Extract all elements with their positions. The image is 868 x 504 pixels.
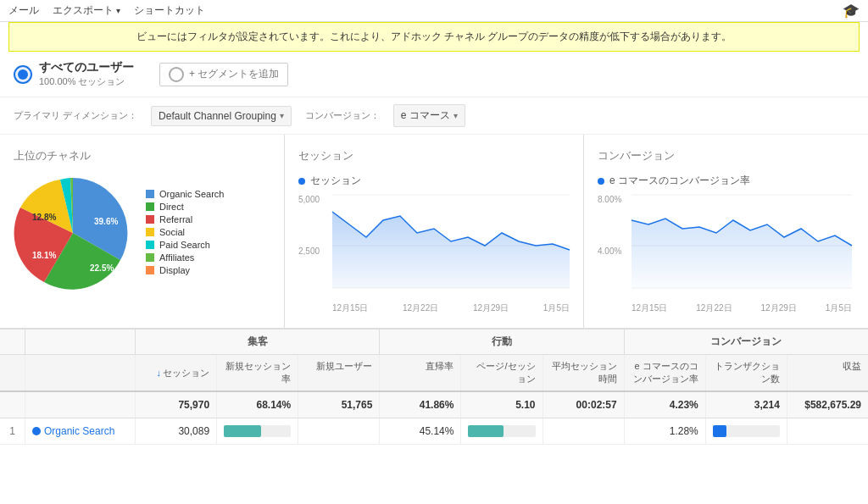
new-session-bar-fill-1: [224, 425, 261, 437]
channels-panel: 上位のチャネル 39.6%: [0, 135, 285, 328]
td-sessions-1: 30,089: [136, 418, 217, 444]
conversions-dot-icon: [598, 178, 604, 185]
primary-dimension-value: Default Channel Grouping: [159, 110, 276, 122]
td-new-users-1: [298, 418, 380, 444]
td-total-bounce-rate: 41.86%: [380, 392, 461, 418]
primary-dimension-dropdown[interactable]: Default Channel Grouping ▾: [151, 106, 292, 126]
conversions-y-mid: 4.00%: [598, 246, 621, 256]
sessions-svg-chart: [332, 195, 570, 296]
td-total-channel: [25, 392, 136, 418]
channel-1-link[interactable]: Organic Search: [44, 425, 114, 437]
segment-circle: [14, 65, 32, 84]
td-total-new-session-rate: 68.14%: [217, 392, 298, 418]
sessions-metric: セッション: [310, 174, 361, 188]
add-segment-circle-icon: [169, 67, 184, 82]
add-segment-button[interactable]: + セグメントを追加: [159, 63, 288, 86]
th-sessions-label: セッション: [163, 367, 209, 379]
table-row: 1 Organic Search 30,089 45.14% 1.28%: [0, 418, 868, 445]
td-total-avg-session: 00:02:57: [543, 392, 625, 418]
conversions-title: コンバージョン: [598, 148, 854, 163]
segment-bar: すべてのユーザー 100.00% セッション + セグメントを追加: [0, 52, 868, 97]
th-bounce-rate[interactable]: 直帰率: [380, 355, 461, 390]
legend-referral: Referral: [146, 214, 224, 224]
td-total-conv-rate: 4.23%: [625, 392, 706, 418]
svg-text:39.6%: 39.6%: [94, 217, 118, 226]
conversions-subtitle: e コマースのコンバージョン率: [598, 174, 854, 188]
warning-banner: ビューにはフィルタが設定されています。これにより、アドホック チャネル グループ…: [8, 22, 860, 52]
svg-text:18.1%: 18.1%: [32, 251, 56, 260]
channel-1-dot-icon: [32, 427, 41, 435]
data-table: 集客 行動 コンバージョン ↓ セッション 新規セッション率 新規ユーザー 直帰…: [0, 329, 868, 445]
th-new-session-rate-label: 新規セッション率: [225, 361, 291, 384]
legend-color-social: [146, 228, 154, 236]
legend-direct: Direct: [146, 202, 224, 212]
td-revenue-1: [787, 418, 868, 444]
sessions-y-max: 5,000: [298, 195, 320, 204]
export-arrow-icon: ▾: [116, 6, 120, 15]
table-group-conversion: コンバージョン: [625, 330, 868, 354]
th-transactions[interactable]: トランザクション数: [706, 355, 787, 390]
svg-text:12.8%: 12.8%: [32, 213, 56, 222]
conversions-x-label-1: 12月15日: [632, 302, 667, 314]
legend-social: Social: [146, 227, 224, 237]
conversion-dropdown[interactable]: e コマース ▾: [393, 104, 465, 127]
transactions-bar-fill-1: [713, 425, 726, 437]
pie-container: 39.6% 22.5% 18.1% 12.8% Organic Search D…: [14, 174, 270, 292]
td-total-rank: [0, 392, 25, 418]
table-group-behavior: 行動: [380, 330, 624, 354]
menu-mail[interactable]: メール: [8, 3, 39, 18]
sessions-title: セッション: [298, 148, 570, 163]
conversions-panel: コンバージョン e コマースのコンバージョン率 8.00% 4.00%: [584, 135, 868, 328]
th-avg-session[interactable]: 平均セッション時間: [543, 355, 625, 390]
conversions-x-labels: 12月15日 12月22日 12月29日 1月5日: [632, 302, 852, 314]
td-total-sessions: 75,970: [136, 392, 217, 418]
legend-label-display: Display: [159, 265, 190, 275]
pie-chart: 39.6% 22.5% 18.1% 12.8%: [14, 174, 132, 292]
sessions-panel: セッション セッション 5,000 2,500: [285, 135, 584, 328]
sessions-y-mid: 2,500: [298, 246, 320, 256]
dimension-bar: プライマリ ディメンション： Default Channel Grouping …: [0, 97, 868, 135]
legend-label-paid: Paid Search: [159, 240, 210, 250]
th-revenue[interactable]: 収益: [787, 355, 868, 390]
segment-all-users[interactable]: すべてのユーザー 100.00% セッション: [14, 60, 134, 88]
conversions-x-label-4: 1月5日: [826, 302, 852, 314]
menu-shortcut[interactable]: ショートカット: [134, 3, 205, 18]
td-new-session-bar-1: [217, 418, 298, 444]
menu-bar: メール エクスポート ▾ ショートカット 🎓: [0, 0, 868, 22]
primary-dimension-label: プライマリ ディメンション：: [14, 109, 137, 122]
add-segment-label: + セグメントを追加: [189, 67, 279, 81]
conversions-metric: e コマースのコンバージョン率: [609, 174, 750, 188]
th-conv-rate[interactable]: e コマースのコンバージョン率: [625, 355, 706, 390]
table-channel-spacer: [25, 330, 136, 354]
th-sessions[interactable]: ↓ セッション: [136, 355, 217, 390]
th-new-users[interactable]: 新規ユーザー: [298, 355, 380, 390]
legend-label-affiliates: Affiliates: [159, 252, 194, 263]
sessions-dot-icon: [298, 178, 305, 185]
primary-dimension-arrow-icon: ▾: [280, 111, 284, 120]
table-group-acquisition: 集客: [136, 330, 380, 354]
legend-color-organic: [146, 190, 154, 198]
legend-organic-search: Organic Search: [146, 189, 224, 199]
th-new-users-label: 新規ユーザー: [316, 361, 372, 371]
th-channel: [25, 355, 136, 390]
sessions-x-label-3: 12月29日: [473, 302, 509, 314]
th-new-session-rate[interactable]: 新規セッション率: [217, 355, 298, 390]
td-total-new-users: 51,765: [298, 392, 380, 418]
table-total-row: 75,970 68.14% 51,765 41.86% 5.10 00:02:5…: [0, 392, 868, 418]
menu-export[interactable]: エクスポート ▾: [53, 3, 120, 18]
panels-row: 上位のチャネル 39.6%: [0, 135, 868, 329]
sessions-subtitle: セッション: [298, 174, 570, 188]
legend-color-referral: [146, 215, 154, 224]
th-bounce-rate-label: 直帰率: [426, 361, 453, 371]
th-sessions-sort-icon: ↓: [157, 368, 162, 378]
segment-sub: 100.00% セッション: [39, 75, 134, 88]
conversions-chart-wrapper: 8.00% 4.00% 12月15日 12月22日: [598, 195, 854, 314]
td-total-revenue: $582,675.29: [787, 392, 868, 418]
legend-label-social: Social: [159, 227, 185, 237]
th-pages-session[interactable]: ページ/セッション: [461, 355, 542, 390]
td-channel-1: Organic Search: [25, 418, 136, 444]
table-rank-spacer: [0, 330, 25, 354]
th-conv-rate-label: e コマースのコンバージョン率: [633, 361, 698, 384]
graduation-icon: 🎓: [843, 3, 860, 19]
svg-text:22.5%: 22.5%: [90, 263, 114, 273]
